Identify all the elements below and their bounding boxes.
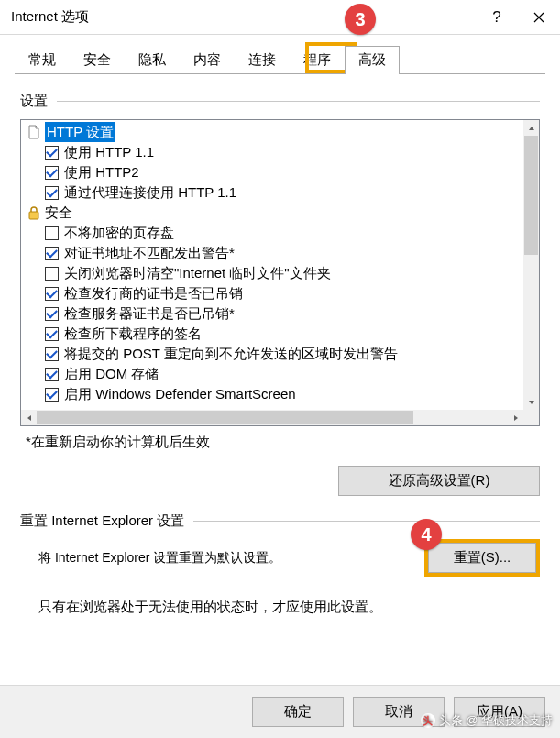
settings-group-label: 设置 bbox=[20, 93, 48, 110]
checkbox[interactable] bbox=[45, 368, 59, 381]
tree-item-label: 对证书地址不匹配发出警告* bbox=[64, 243, 235, 263]
tree-item-label: 不将加密的页存盘 bbox=[64, 223, 174, 243]
checkbox[interactable] bbox=[45, 247, 59, 260]
hscroll-thumb[interactable] bbox=[37, 411, 413, 424]
tree-item-label: 检查发行商的证书是否已吊销 bbox=[64, 283, 243, 303]
scroll-left-icon[interactable] bbox=[21, 410, 37, 425]
tree-row[interactable]: 使用 HTTP 1.1 bbox=[21, 142, 523, 162]
checkbox[interactable] bbox=[45, 388, 59, 402]
checkbox[interactable] bbox=[45, 166, 59, 180]
titlebar: Internet 选项 ? bbox=[0, 0, 560, 35]
reset-description: 将 Internet Explorer 设置重置为默认设置。 bbox=[38, 550, 424, 567]
tab-programs[interactable]: 程序 bbox=[290, 46, 345, 73]
ok-button[interactable]: 确定 bbox=[252, 697, 344, 727]
tree-row[interactable]: 通过代理连接使用 HTTP 1.1 bbox=[21, 182, 523, 203]
reset-button[interactable]: 重置(S)... bbox=[428, 543, 536, 573]
tab-general[interactable]: 常规 bbox=[15, 46, 70, 73]
scroll-up-icon[interactable] bbox=[523, 120, 539, 136]
checkbox[interactable] bbox=[45, 146, 59, 160]
checkbox[interactable] bbox=[45, 327, 59, 341]
svg-rect-0 bbox=[29, 212, 38, 219]
tree-item-label: 通过代理连接使用 HTTP 1.1 bbox=[64, 182, 236, 203]
tree-item-label: 使用 HTTP 1.1 bbox=[64, 142, 154, 162]
watermark-text: 头条 @ 华硕技术支持 bbox=[439, 712, 553, 729]
tab-advanced[interactable]: 高级 bbox=[345, 46, 400, 74]
checkbox[interactable] bbox=[45, 347, 59, 361]
tab-content[interactable]: 内容 bbox=[180, 46, 235, 73]
advanced-pane: 设置 HTTP 设置使用 HTTP 1.1使用 HTTP2通过代理连接使用 HT… bbox=[0, 74, 560, 616]
vertical-scrollbar[interactable] bbox=[523, 120, 539, 410]
checkbox[interactable] bbox=[45, 267, 59, 281]
restore-defaults-button[interactable]: 还原高级设置(R) bbox=[338, 466, 540, 496]
tab-bar: 常规 安全 隐私 内容 连接 程序 高级 bbox=[0, 35, 560, 73]
annotation-badge-3: 3 bbox=[345, 4, 376, 35]
watermark-icon: 头 bbox=[421, 713, 435, 728]
tree-row[interactable]: 启用 DOM 存储 bbox=[21, 364, 523, 384]
scroll-corner bbox=[523, 410, 539, 425]
tree-row[interactable]: 检查服务器证书是否已吊销* bbox=[21, 303, 523, 324]
tree-row[interactable]: 启用 Windows Defender SmartScreen bbox=[21, 384, 523, 404]
tree-row[interactable]: 不将加密的页存盘 bbox=[21, 223, 523, 243]
tree-item-label: 检查服务器证书是否已吊销* bbox=[64, 303, 235, 324]
tree-row[interactable]: 将提交的 POST 重定向到不允许发送的区域时发出警告 bbox=[21, 344, 523, 364]
tree-row[interactable]: 安全 bbox=[21, 203, 523, 223]
tree-row[interactable]: 对证书地址不匹配发出警告* bbox=[21, 243, 523, 263]
close-button[interactable] bbox=[518, 0, 560, 35]
close-icon bbox=[533, 12, 544, 23]
tree-item-label: 启用 Windows Defender SmartScreen bbox=[64, 384, 296, 404]
tree-header-label: 安全 bbox=[45, 203, 72, 223]
tree-item-label: 启用 DOM 存储 bbox=[64, 364, 159, 384]
reset-group-header: 重置 Internet Explorer 设置 bbox=[20, 512, 540, 530]
tree-item-label: 检查所下载程序的签名 bbox=[64, 324, 202, 344]
tree-item-label: 关闭浏览器时清空"Internet 临时文件"文件夹 bbox=[64, 263, 331, 283]
checkbox[interactable] bbox=[45, 226, 59, 240]
tree-row[interactable]: 关闭浏览器时清空"Internet 临时文件"文件夹 bbox=[21, 263, 523, 283]
settings-group-header: 设置 bbox=[20, 93, 540, 110]
tab-connections[interactable]: 连接 bbox=[235, 46, 290, 73]
tab-security[interactable]: 安全 bbox=[70, 46, 125, 73]
divider bbox=[193, 521, 540, 522]
reset-group-label: 重置 Internet Explorer 设置 bbox=[20, 512, 184, 530]
tree-item-label: 将提交的 POST 重定向到不允许发送的区域时发出警告 bbox=[64, 344, 398, 364]
reset-hint: 只有在浏览器处于无法使用的状态时，才应使用此设置。 bbox=[38, 599, 540, 616]
lock-icon bbox=[27, 205, 41, 220]
restart-note: *在重新启动你的计算机后生效 bbox=[26, 434, 540, 451]
tree-row[interactable]: 检查发行商的证书是否已吊销 bbox=[21, 283, 523, 303]
tree-row[interactable]: HTTP 设置 bbox=[21, 122, 523, 142]
checkbox[interactable] bbox=[45, 307, 59, 321]
checkbox[interactable] bbox=[45, 186, 59, 200]
tree-item-label: 使用 HTTP2 bbox=[64, 162, 139, 182]
tree-row[interactable]: 检查所下载程序的签名 bbox=[21, 324, 523, 344]
window-title: Internet 选项 bbox=[11, 8, 476, 26]
tree-header-label: HTTP 设置 bbox=[45, 122, 115, 142]
divider bbox=[57, 101, 540, 102]
reset-button-highlight: 重置(S)... bbox=[424, 539, 540, 577]
tree-row[interactable]: 使用 HTTP2 bbox=[21, 162, 523, 182]
settings-tree[interactable]: HTTP 设置使用 HTTP 1.1使用 HTTP2通过代理连接使用 HTTP … bbox=[20, 119, 540, 426]
tab-privacy[interactable]: 隐私 bbox=[125, 46, 180, 73]
scroll-down-icon[interactable] bbox=[523, 394, 539, 410]
page-icon bbox=[27, 125, 41, 139]
scroll-thumb[interactable] bbox=[524, 136, 538, 255]
horizontal-scrollbar[interactable] bbox=[21, 410, 523, 425]
help-button[interactable]: ? bbox=[476, 0, 518, 35]
watermark: 头 头条 @ 华硕技术支持 bbox=[421, 712, 553, 729]
scroll-right-icon[interactable] bbox=[508, 410, 523, 425]
dialog-footer: 确定 取消 应用(A) bbox=[0, 685, 560, 738]
checkbox[interactable] bbox=[45, 287, 59, 301]
annotation-badge-4: 4 bbox=[411, 519, 442, 550]
